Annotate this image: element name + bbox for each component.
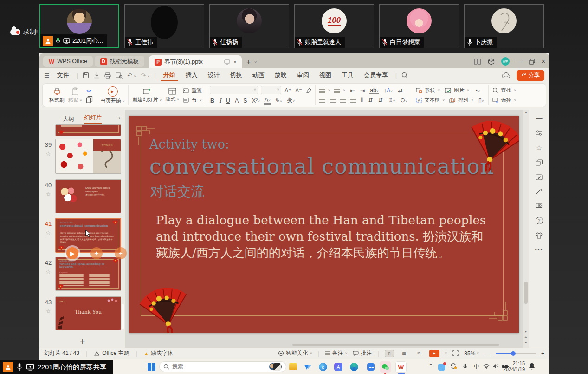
export-icon[interactable]	[94, 72, 100, 79]
char-spacing-button[interactable]: ab˅	[369, 87, 379, 94]
save-icon[interactable]	[83, 72, 89, 79]
slide-title-en-line1[interactable]: Activity two:	[149, 137, 229, 151]
slide-thumbnail-39[interactable]: 手抄报示范	[55, 139, 121, 174]
slide-thumbnail-42[interactable]: Activity three: Writing and speak accord…	[55, 257, 121, 291]
line-spacing-button[interactable]: ⇕˅	[388, 97, 395, 104]
menu-home[interactable]: 开始	[161, 70, 178, 81]
menu-review[interactable]: 审阅	[294, 70, 312, 80]
participant-tile[interactable]: 王佳祎	[124, 4, 204, 48]
slide-canvas[interactable]: Activity two: conversational communicati…	[129, 116, 519, 333]
menu-file[interactable]: 文件	[54, 70, 72, 80]
menu-slideshow[interactable]: 放映	[272, 70, 290, 80]
slide-title-zh[interactable]: 对话交流	[150, 183, 204, 201]
format-painter-button[interactable]: 格式刷	[49, 87, 65, 104]
account-avatar[interactable]: WP	[501, 57, 510, 66]
search-icon[interactable]	[401, 72, 408, 79]
reading-view-button[interactable]: ⧉	[414, 350, 424, 357]
underline-button[interactable]: U	[226, 98, 231, 104]
participant-tile[interactable]: 白日梦想家	[379, 4, 459, 48]
participant-tile[interactable]: 100 娘胎里就迷人	[294, 4, 374, 48]
convert-smartart-button[interactable]: ⇄	[397, 87, 403, 94]
share-button[interactable]: 分享	[517, 70, 544, 81]
zoom-out-button[interactable]: —	[485, 350, 490, 357]
slide-star-icon[interactable]: ☆	[43, 269, 53, 275]
font-family-select[interactable]	[210, 86, 258, 94]
reset-button[interactable]: 重置	[183, 87, 202, 94]
reference-book-icon[interactable]	[536, 203, 543, 209]
textbox-button[interactable]: A 文本框˅	[416, 97, 445, 104]
participant-tile[interactable]: 卜庆振	[464, 4, 544, 48]
next-slide-button[interactable]: ⏷	[523, 340, 529, 346]
justify-button[interactable]	[350, 98, 356, 103]
section-button[interactable]: 节 ˅	[183, 97, 202, 104]
text-direction-button[interactable]: ↓A˅	[383, 87, 393, 94]
increase-indent-button[interactable]: ⇥	[360, 87, 365, 94]
numbered-list-button[interactable]: ˅	[334, 88, 345, 93]
theme-button[interactable]: Office 主题	[94, 349, 129, 357]
phonetic-guide-button[interactable]: 变˅	[286, 97, 295, 105]
align-left-button[interactable]	[319, 98, 325, 103]
bold-button[interactable]: B	[210, 98, 215, 104]
paragraph-settings-button[interactable]: ⊜˅	[400, 97, 407, 104]
participant-tile-self[interactable]: 2201周心...	[39, 4, 119, 48]
tab-list-dropdown[interactable]: ˅	[254, 60, 257, 65]
align-center-button[interactable]	[330, 98, 336, 103]
previous-slide-button[interactable]: ⏶	[523, 335, 529, 340]
increase-font-button[interactable]: A⁺	[284, 87, 292, 94]
redo-icon[interactable]: ↷ ˅	[141, 72, 149, 79]
decrease-font-button[interactable]: A⁻	[295, 87, 303, 94]
sidebar-scrollbar[interactable]	[122, 304, 124, 329]
play-slide-button[interactable]: ▶	[66, 247, 78, 259]
select-button[interactable]: 选择˅	[492, 97, 517, 104]
shapes-button[interactable]: 形状˅	[416, 87, 440, 94]
clothes-skin-icon[interactable]	[536, 232, 543, 239]
tab-outline[interactable]: 大纲	[63, 115, 74, 123]
scroll-down-arrow[interactable]: ▼	[523, 329, 529, 335]
tray-ime-indicator[interactable]: 中	[474, 363, 479, 371]
restore-button[interactable]	[529, 59, 535, 65]
taskbar-edge[interactable]	[349, 361, 360, 373]
magic-layout-button[interactable]: ✦	[90, 247, 103, 259]
zoom-in-button[interactable]: +	[541, 350, 544, 357]
cloud-sync-icon[interactable]	[502, 72, 510, 79]
bullet-list-button[interactable]: ˅	[319, 88, 330, 93]
taskbar-search[interactable]: 搜索	[159, 361, 286, 372]
tray-volume-icon[interactable]	[492, 364, 498, 370]
comment-button[interactable]: 批注	[353, 349, 372, 357]
paste-button[interactable]: 粘贴 ˅	[68, 87, 82, 104]
properties-icon[interactable]	[536, 130, 543, 136]
tray-wifi-icon[interactable]	[483, 364, 490, 370]
tray-notification-bell[interactable]: z	[529, 363, 535, 371]
help-icon[interactable]: ?	[536, 217, 543, 224]
hamburger-icon[interactable]: ☰	[44, 72, 50, 79]
italic-button[interactable]: I	[219, 97, 222, 104]
decrease-indent-button[interactable]: ⇤	[349, 87, 355, 94]
participant-tile[interactable]: 任扬扬	[209, 4, 289, 48]
print-preview-icon[interactable]	[116, 72, 123, 79]
scroll-up-arrow[interactable]: ▲	[524, 111, 528, 114]
tray-expand-chevron[interactable]: ⌃	[428, 363, 433, 369]
start-button[interactable]	[148, 363, 155, 371]
normal-view-button[interactable]: ▯	[385, 350, 394, 357]
taskbar-wps-active[interactable]: W	[395, 361, 407, 373]
missing-font-warning[interactable]: ▲ 缺失字体	[144, 349, 173, 357]
favorites-star-icon[interactable]: ☆	[536, 144, 542, 151]
scrollbar-thumb[interactable]	[524, 282, 528, 304]
play-options-dropdown[interactable]: ˅	[445, 351, 447, 355]
menu-animation[interactable]: 动画	[250, 70, 267, 80]
slide-thumbnail-38-partial[interactable]	[55, 124, 121, 136]
screen-share-icon[interactable]	[26, 364, 34, 371]
zoom-slider[interactable]	[496, 353, 536, 354]
workspace-cube-icon[interactable]	[488, 58, 495, 65]
superscript-button[interactable]: X²˅	[252, 98, 260, 104]
shapes-pane-icon[interactable]	[536, 159, 543, 166]
find-button[interactable]: 查找˅	[492, 87, 517, 94]
slide-star-icon[interactable]: ☆	[43, 151, 53, 157]
tab-slides[interactable]: 幻灯片	[84, 114, 102, 124]
pen-kit-icon[interactable]	[536, 174, 543, 180]
font-color-button[interactable]: A˅	[264, 97, 271, 105]
minimize-button[interactable]: —	[516, 58, 523, 65]
slide-sorter-view-button[interactable]: ▦	[400, 350, 409, 357]
taskbar-photos[interactable]	[365, 361, 376, 373]
layout-button[interactable]: 版式 ˅	[165, 88, 179, 103]
